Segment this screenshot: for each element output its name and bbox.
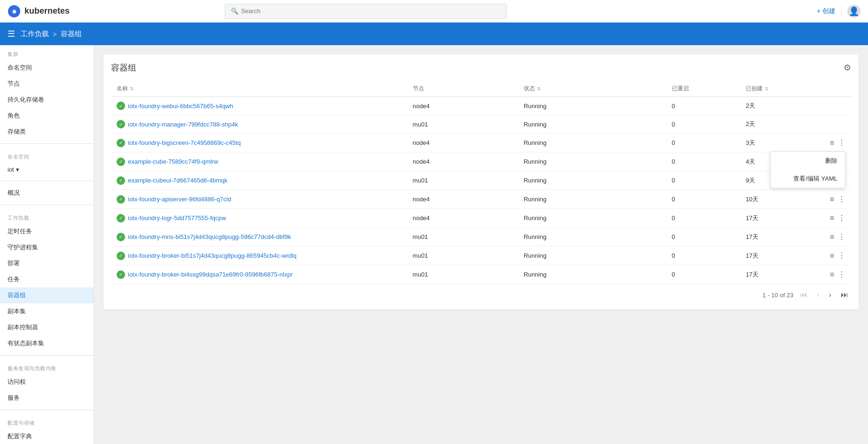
pod-link[interactable]: example-cubeui-7d667465d6-4bmqk: [128, 177, 228, 184]
th-name[interactable]: 名称 ⇅: [111, 81, 407, 97]
more-icon[interactable]: ⋮: [838, 214, 845, 222]
name-cell: ✓ example-cube-7589cc74f9-qmlrw: [117, 158, 402, 166]
more-icon[interactable]: ⋮: [838, 270, 845, 279]
edit-yaml-menu-item[interactable]: 查看/编辑 YAML: [771, 170, 845, 188]
svg-text:⎈: ⎈: [12, 8, 16, 15]
sidebar-item-statefulset[interactable]: 有状态副本集: [0, 335, 94, 351]
th-status[interactable]: 状态 ⇅: [518, 81, 666, 97]
breadcrumb-workload[interactable]: 工作负载: [21, 30, 49, 39]
sidebar-section-cluster: 集群: [0, 45, 94, 60]
last-page-button[interactable]: ⏭: [838, 290, 851, 300]
more-icon[interactable]: ⋮: [838, 195, 845, 204]
sidebar-item-rc[interactable]: 副本控制器: [0, 319, 94, 335]
sidebar-item-pods[interactable]: 容器组: [0, 287, 94, 303]
logs-icon[interactable]: ≡: [830, 139, 834, 147]
nav-divider: [841, 7, 842, 16]
chevron-down-icon: ▾: [16, 166, 19, 173]
th-restarts[interactable]: 已重启: [666, 81, 740, 97]
logs-icon[interactable]: ≡: [830, 195, 834, 204]
create-button[interactable]: + 创建: [817, 7, 836, 16]
node-cell: mu01: [407, 265, 518, 284]
node-cell: node4: [407, 209, 518, 228]
pod-link[interactable]: iotx-foundry-webui-6bbc567b65-s4qwh: [128, 103, 233, 110]
pod-link[interactable]: iotx-foundry-apiserver-96fd4886-q7cld: [128, 196, 231, 203]
user-avatar[interactable]: 👤: [847, 5, 860, 18]
restarts-cell: 0: [666, 265, 740, 284]
th-actions: [814, 81, 851, 97]
next-page-button[interactable]: ›: [826, 290, 834, 300]
created-cell: 17天: [740, 209, 814, 228]
name-cell: ✓ iotx-foundry-webui-6bbc567b65-s4qwh: [117, 102, 402, 110]
sidebar-item-configmap[interactable]: 配置字典: [0, 428, 94, 444]
name-cell: ✓ iotx-foundry-logr-5dd7577555-fqcpw: [117, 214, 402, 222]
logs-icon[interactable]: ≡: [830, 233, 834, 241]
sidebar-item-storage-class[interactable]: 存储类: [0, 124, 94, 140]
search-bar[interactable]: 🔍: [225, 4, 507, 19]
logs-icon[interactable]: ≡: [830, 270, 834, 279]
delete-menu-item[interactable]: 删除: [771, 152, 845, 170]
status-cell: Running: [518, 265, 666, 284]
top-nav: ⎈ kubernetes 🔍 + 创建 👤: [0, 0, 868, 23]
breadcrumb-bar: ☰ 工作负载 > 容器组: [0, 23, 868, 45]
search-icon: 🔍: [231, 8, 238, 15]
prev-page-button[interactable]: ‹: [814, 290, 822, 300]
sidebar-item-deployment[interactable]: 部署: [0, 255, 94, 271]
created-cell: 3天: [740, 134, 814, 152]
sidebar-item-nodes[interactable]: 节点: [0, 76, 94, 92]
action-icons: ≡ ⋮: [820, 138, 845, 147]
logs-icon[interactable]: ≡: [830, 252, 834, 260]
created-cell: 2天: [740, 97, 814, 115]
sidebar-item-service[interactable]: 服务: [0, 390, 94, 406]
top-nav-actions: + 创建 👤: [817, 5, 860, 18]
filter-icon[interactable]: ⚙: [844, 63, 851, 73]
first-page-button[interactable]: ⏮: [797, 290, 810, 300]
logs-icon[interactable]: ≡: [830, 214, 834, 222]
action-icons: ≡ ⋮: [820, 232, 845, 241]
sidebar-namespace-selector[interactable]: iot ▾: [0, 162, 94, 177]
namespace-value: iot: [8, 166, 14, 173]
search-input[interactable]: [241, 8, 501, 15]
more-icon[interactable]: ⋮: [838, 232, 845, 241]
status-cell: Running: [518, 115, 666, 134]
card-header: 容器组 ⚙: [111, 62, 851, 73]
pod-link[interactable]: iotx-foundry-broker-bi4ssg99dqsa71e69fr0…: [128, 271, 293, 278]
more-icon[interactable]: ⋮: [838, 138, 845, 147]
pod-link[interactable]: iotx-foundry-mns-bi51s7j4d43qucg8pugg-59…: [128, 233, 291, 240]
status-check-icon: ✓: [117, 158, 125, 166]
sidebar-item-namespaces[interactable]: 命名空间: [0, 60, 94, 76]
avatar-icon: 👤: [849, 6, 859, 16]
sidebar-item-job[interactable]: 任务: [0, 271, 94, 287]
sidebar-item-cronjob[interactable]: 定时任务: [0, 223, 94, 239]
restarts-cell: 0: [666, 115, 740, 134]
table-row: ✓ iotx-foundry-manager-799fdcc788-shp4k …: [111, 115, 851, 134]
sidebar-item-ingress[interactable]: 访问权: [0, 374, 94, 390]
sidebar-section-service: 服务发现与负载均衡: [0, 359, 94, 374]
sidebar-item-roles[interactable]: 角色: [0, 108, 94, 124]
pods-card: 容器组 ⚙ 名称 ⇅ 节点: [103, 55, 859, 309]
name-cell: ✓ iotx-foundry-apiserver-96fd4886-q7cld: [117, 195, 402, 204]
status-cell: Running: [518, 209, 666, 228]
pod-link[interactable]: iotx-foundry-bigscreen-7c4958869c-c45tq: [128, 139, 241, 146]
table-row: ✓ iotx-foundry-apiserver-96fd4886-q7cld …: [111, 190, 851, 209]
pod-link[interactable]: example-cube-7589cc74f9-qmlrw: [128, 158, 218, 165]
status-cell: Running: [518, 190, 666, 209]
main-layout: 集群 命名空间 节点 持久化存储卷 角色 存储类 命名空间 iot ▾ 概况 工…: [0, 45, 868, 444]
sidebar-item-pv[interactable]: 持久化存储卷: [0, 92, 94, 108]
th-node[interactable]: 节点: [407, 81, 518, 97]
name-cell: ✓ iotx-foundry-broker-bi4ssg99dqsa71e69f…: [117, 270, 402, 279]
logo-text: kubernetes: [24, 6, 70, 16]
sidebar-toggle-icon[interactable]: ☰: [8, 29, 15, 39]
status-check-icon: ✓: [117, 252, 125, 260]
table-row: ✓ iotx-foundry-mns-bi51s7j4d43qucg8pugg-…: [111, 228, 851, 246]
sidebar-item-replicaset[interactable]: 副本集: [0, 303, 94, 319]
th-created[interactable]: 已创建 ⇅: [740, 81, 814, 97]
sidebar-divider-5: [0, 410, 94, 410]
more-icon[interactable]: ⋮: [838, 251, 845, 260]
pod-link[interactable]: iotx-foundry-manager-799fdcc788-shp4k: [128, 121, 238, 128]
pod-link[interactable]: iotx-foundry-logr-5dd7577555-fqcpw: [128, 214, 226, 222]
name-cell: ✓ iotx-foundry-broker-bi51s7j4d43qucg8pu…: [117, 252, 402, 260]
pod-link[interactable]: iotx-foundry-broker-bi51s7j4d43qucg8pugg…: [128, 252, 296, 259]
sidebar-item-overview[interactable]: 概况: [0, 185, 94, 201]
sidebar-item-daemonset[interactable]: 守护进程集: [0, 239, 94, 255]
created-cell: 17天: [740, 265, 814, 284]
